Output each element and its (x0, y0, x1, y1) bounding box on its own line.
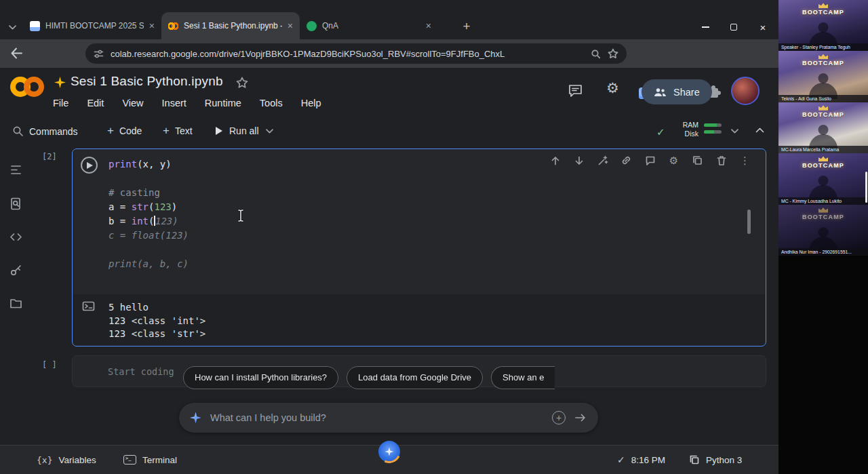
add-code-button[interactable]: + Code (107, 125, 142, 136)
minimize-button[interactable] (694, 18, 716, 37)
menu-insert[interactable]: Insert (162, 98, 186, 108)
participant-tile[interactable]: BOOTCAMPTeknis - Adi Guna Susilo (778, 51, 868, 102)
participant-name: Teknis - Adi Guna Susilo (778, 95, 868, 102)
menu-tools[interactable]: Tools (260, 98, 283, 108)
delete-cell-icon[interactable] (715, 155, 727, 166)
new-tab-button[interactable]: + (458, 18, 475, 35)
browser-tab[interactable]: HIMTI BOOTCAMP 2025 SESI 1× (23, 12, 161, 39)
files-folder-icon[interactable] (9, 296, 23, 311)
participant-name: MC-Laura Marcella Pratama (778, 146, 868, 153)
code-line[interactable]: b = int(123) (108, 214, 189, 229)
tab-close-icon[interactable]: × (288, 20, 293, 31)
code-snippets-icon[interactable] (9, 230, 23, 244)
terminal-button[interactable]: Terminal (123, 446, 177, 474)
user-avatar[interactable] (731, 77, 760, 105)
code-line[interactable] (108, 172, 189, 186)
ai-prompt-bar[interactable]: What can I help you build? + (179, 403, 598, 433)
run-cell-button[interactable] (81, 157, 98, 174)
colab-spinner-logo[interactable] (378, 441, 400, 462)
tab-close-icon[interactable]: × (426, 20, 431, 31)
menu-file[interactable]: File (53, 98, 68, 108)
send-icon[interactable] (574, 412, 587, 423)
bookmark-star-icon[interactable] (608, 48, 618, 59)
resource-usage-bars (704, 123, 722, 137)
maximize-button[interactable] (723, 18, 745, 37)
qna-favicon (307, 21, 317, 31)
settings-gear-icon[interactable]: ⚙ (606, 80, 619, 96)
browser-tab[interactable]: Sesi 1 Basic Python.ipynb - Cola× (161, 12, 300, 39)
code-editor[interactable]: print(x, y)# castinga = str(123)b = int(… (108, 157, 189, 271)
suggestion-chip[interactable]: Load data from Google Drive (347, 366, 483, 389)
screen: HIMTI BOOTCAMP 2025 SESI 1×Sesi 1 Basic … (0, 0, 868, 474)
ram-usage-bar (704, 123, 722, 127)
table-of-contents-icon[interactable] (9, 163, 23, 177)
site-info-icon[interactable] (94, 49, 104, 59)
browser-tab[interactable]: QnA× (300, 12, 438, 39)
meeting-scrollbar[interactable] (865, 172, 867, 203)
bootcamp-banner: BOOTCAMP (778, 54, 868, 66)
participant-name: MC - Kimmy Lousadha Lukito (778, 197, 868, 205)
commands-button[interactable]: Commands (12, 125, 78, 137)
magic-wand-icon[interactable] (597, 155, 608, 166)
suggestion-chip[interactable]: Show an e (491, 366, 555, 389)
window-close-button[interactable]: × (751, 18, 774, 37)
collapse-header-icon[interactable] (755, 127, 764, 133)
disk-label: Disk (675, 130, 698, 138)
more-vert-icon[interactable]: ⋮ (739, 155, 751, 166)
menu-view[interactable]: View (122, 98, 143, 108)
menu-runtime[interactable]: Runtime (205, 98, 241, 108)
terminal-icon (123, 455, 136, 465)
comment-icon[interactable] (644, 155, 656, 166)
crown-icon (818, 156, 828, 161)
comments-icon[interactable] (568, 84, 583, 97)
code-line[interactable]: print(a, b, c) (108, 257, 189, 271)
people-icon (654, 87, 667, 97)
back-button[interactable] (9, 46, 24, 60)
participant-tile[interactable]: BOOTCAMPMC - Kimmy Lousadha Lukito (778, 153, 868, 204)
variables-button[interactable]: {x} Variables (37, 446, 96, 474)
menu-help[interactable]: Help (301, 98, 321, 108)
editor-scrollbar[interactable] (747, 210, 751, 234)
notebook-title[interactable]: Sesi 1 Basic Python.ipynb (71, 74, 223, 89)
code-line[interactable]: # casting (108, 186, 189, 200)
resource-indicator[interactable]: RAM Disk (675, 121, 698, 138)
menu-edit[interactable]: Edit (87, 98, 104, 108)
copy-cell-icon[interactable] (692, 155, 703, 166)
gear-icon[interactable]: ⚙ (668, 155, 679, 166)
lens-icon[interactable] (591, 49, 601, 59)
participant-tile[interactable]: BOOTCAMPSpeaker - Stanley Pratama Teguh (778, 0, 868, 51)
tab-close-icon[interactable]: × (149, 20, 155, 31)
notebook-toolbar: Commands + Code + Text Run all ✓ RAM Dis… (0, 117, 778, 146)
participant-name: Speaker - Stanley Pratama Teguh (778, 43, 868, 51)
tab-search-button[interactable] (5, 20, 19, 34)
code-line[interactable]: c = float(123) (108, 229, 189, 243)
kernel-selector[interactable]: Python 3 (689, 446, 742, 474)
attach-plus-icon[interactable]: + (552, 411, 566, 424)
share-button[interactable]: Share (642, 79, 712, 104)
url-field[interactable]: colab.research.google.com/drive/1VopjrBB… (85, 43, 627, 64)
code-line[interactable] (108, 243, 189, 257)
participant-tile[interactable]: BOOTCAMPAndhika Nur Iman - 2902691551... (778, 205, 868, 256)
move-cell-down-icon[interactable] (573, 155, 585, 166)
cell-toolbar: ⚙ ⋮ (549, 155, 751, 166)
crown-icon (818, 105, 828, 111)
resources-dropdown-icon[interactable] (731, 129, 738, 134)
connected-check-icon: ✓ (656, 126, 665, 138)
bootcamp-banner: BOOTCAMP (778, 3, 868, 16)
find-replace-icon[interactable] (9, 197, 23, 211)
link-icon[interactable] (620, 155, 632, 166)
code-cell[interactable]: ⚙ ⋮ print(x, y)# castinga = str(123)b = … (72, 149, 766, 347)
last-saved-status: ✓ 8:16 PM (617, 446, 665, 474)
code-line[interactable]: print(x, y) (108, 157, 189, 172)
star-favorite-icon[interactable] (236, 77, 248, 89)
participant-list: BOOTCAMPSpeaker - Stanley Pratama TeguhB… (778, 0, 868, 474)
code-line[interactable]: a = str(123) (108, 200, 189, 214)
add-text-button[interactable]: + Text (163, 125, 193, 136)
move-cell-up-icon[interactable] (549, 155, 561, 166)
participant-tile[interactable]: BOOTCAMPMC-Laura Marcella Pratama (778, 102, 868, 153)
colab-logo[interactable] (8, 72, 46, 102)
secrets-key-icon[interactable] (9, 263, 23, 277)
gemini-spark-icon (190, 412, 201, 424)
run-all-button[interactable]: Run all (216, 125, 273, 136)
suggestion-chip[interactable]: How can I install Python libraries? (183, 366, 338, 389)
